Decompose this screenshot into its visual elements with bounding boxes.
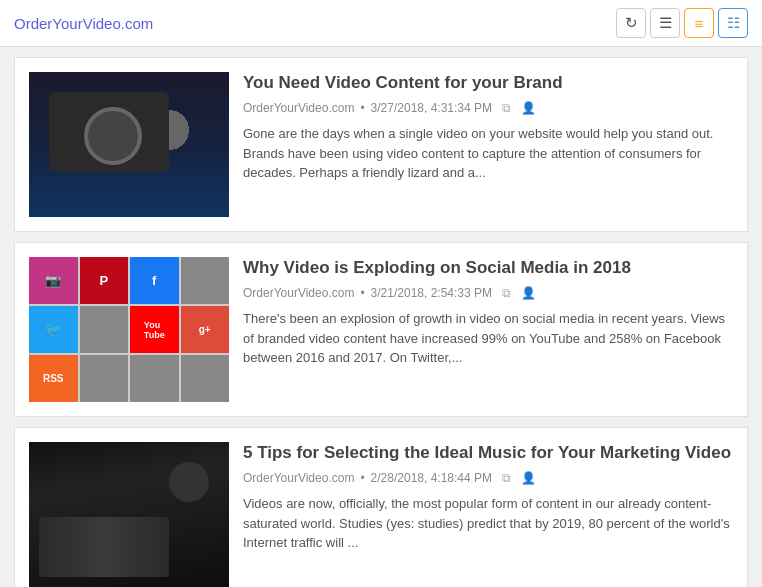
person-photo [130, 355, 179, 402]
pinterest-icon: P [80, 257, 129, 304]
article-excerpt: There's been an explosion of growth in v… [243, 309, 733, 368]
table-icon: ☷ [727, 14, 740, 32]
meta-separator: • [360, 471, 364, 485]
rss-icon: RSS [29, 355, 78, 402]
list-icon: ☰ [659, 14, 672, 32]
share-icon[interactable]: ⧉ [498, 470, 514, 486]
article-card: You Need Video Content for your Brand Or… [14, 57, 748, 232]
grid-view-button[interactable]: ≡ [684, 8, 714, 38]
article-date: 3/21/2018, 2:54:33 PM [371, 286, 492, 300]
refresh-icon: ↻ [625, 14, 638, 32]
article-info: 5 Tips for Selecting the Ideal Music for… [243, 442, 733, 587]
article-meta: OrderYourVideo.com • 2/28/2018, 4:18:44 … [243, 470, 733, 486]
header: OrderYourVideo.com ↻ ☰ ≡ ☷ [0, 0, 762, 47]
twitter-icon: 🐦 [29, 306, 78, 353]
article-info: Why Video is Exploding on Social Media i… [243, 257, 733, 402]
instagram-icon: 📷 [29, 257, 78, 304]
user-icon[interactable]: 👤 [520, 470, 536, 486]
article-source: OrderYourVideo.com [243, 471, 354, 485]
share-icon[interactable]: ⧉ [498, 285, 514, 301]
article-thumbnail [29, 442, 229, 587]
share-icon[interactable]: ⧉ [498, 100, 514, 116]
person-photo [80, 355, 129, 402]
article-title[interactable]: You Need Video Content for your Brand [243, 72, 733, 94]
grid-icon: ≡ [695, 15, 704, 32]
article-thumbnail: 📷 P f 🐦 YouTube g+ RSS [29, 257, 229, 402]
article-info: You Need Video Content for your Brand Or… [243, 72, 733, 217]
person-photo [181, 355, 230, 402]
person-photo [181, 257, 230, 304]
article-meta: OrderYourVideo.com • 3/27/2018, 4:31:34 … [243, 100, 733, 116]
article-card: 📷 P f 🐦 YouTube g+ RSS Why Vid [14, 242, 748, 417]
studio-image [29, 442, 229, 587]
social-grid: 📷 P f 🐦 YouTube g+ RSS [29, 257, 229, 402]
list-view-button[interactable]: ☰ [650, 8, 680, 38]
article-title[interactable]: 5 Tips for Selecting the Ideal Music for… [243, 442, 733, 464]
content-area: You Need Video Content for your Brand Or… [0, 47, 762, 587]
article-source: OrderYourVideo.com [243, 101, 354, 115]
article-date: 2/28/2018, 4:18:44 PM [371, 471, 492, 485]
article-meta: OrderYourVideo.com • 3/21/2018, 2:54:33 … [243, 285, 733, 301]
article-excerpt: Videos are now, officially, the most pop… [243, 494, 733, 553]
camera-image [29, 72, 229, 217]
article-thumbnail [29, 72, 229, 217]
user-icon[interactable]: 👤 [520, 285, 536, 301]
meta-separator: • [360, 286, 364, 300]
article-excerpt: Gone are the days when a single video on… [243, 124, 733, 183]
table-view-button[interactable]: ☷ [718, 8, 748, 38]
app-container: OrderYourVideo.com ↻ ☰ ≡ ☷ You Need Vide… [0, 0, 762, 587]
user-icon[interactable]: 👤 [520, 100, 536, 116]
site-title[interactable]: OrderYourVideo.com [14, 15, 153, 32]
meta-separator: • [360, 101, 364, 115]
toolbar-icons: ↻ ☰ ≡ ☷ [616, 8, 748, 38]
article-date: 3/27/2018, 4:31:34 PM [371, 101, 492, 115]
person-photo [80, 306, 129, 353]
article-source: OrderYourVideo.com [243, 286, 354, 300]
refresh-button[interactable]: ↻ [616, 8, 646, 38]
facebook-icon: f [130, 257, 179, 304]
article-card: 5 Tips for Selecting the Ideal Music for… [14, 427, 748, 587]
article-title[interactable]: Why Video is Exploding on Social Media i… [243, 257, 733, 279]
googleplus-icon: g+ [181, 306, 230, 353]
youtube-icon: YouTube [130, 306, 179, 353]
